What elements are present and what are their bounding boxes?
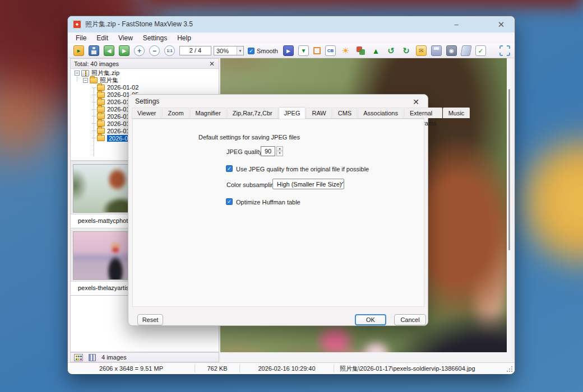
title-bar[interactable]: 照片集.zip - FastStone MaxView 3.5 –✕	[68, 16, 515, 32]
rotate-right-icon[interactable]: ↻	[401, 45, 411, 56]
tree-item-label: 2026-01-02	[107, 84, 138, 91]
slideshow-icon[interactable]: ▶	[283, 45, 294, 56]
tab-music[interactable]: Music	[443, 108, 470, 118]
dialog-title: Settings	[135, 97, 159, 105]
folder-icon	[97, 128, 105, 134]
check-icon: ✓	[249, 48, 253, 54]
menu-help[interactable]: Help	[172, 32, 196, 44]
wallpaper-yellow-blob	[521, 134, 583, 269]
ok-button[interactable]: OK	[355, 314, 386, 325]
fit-window-icon[interactable]: ▼	[298, 45, 309, 56]
zoom-combo-arrow-icon[interactable]: ▼	[237, 46, 243, 55]
page-indicator-field[interactable]: 2 / 4	[179, 46, 211, 55]
jpeg-section-label: Default settings for saving JPEG files	[198, 134, 300, 141]
open-icon[interactable]: ▸	[73, 45, 84, 56]
smooth-checkbox[interactable]: ✓	[248, 48, 255, 54]
settings-check-icon[interactable]: ✓	[475, 45, 486, 56]
folder-icon	[97, 113, 105, 119]
zoom-in-icon[interactable]: +	[134, 45, 145, 56]
toolbar: ▸◀▶+−1:1 2 / 4 30% ▼ ✓ Smooth ▶▼CB☀▲↺↻✉◉…	[68, 44, 515, 58]
fullscreen-icon[interactable]	[499, 45, 510, 56]
window-title: 照片集.zip - FastStone MaxView 3.5	[85, 20, 193, 29]
status-segment: 2026-02-16 10:29:40	[240, 365, 334, 372]
tab-raw[interactable]: RAW	[306, 108, 331, 118]
dialog-close-icon[interactable]: ✕	[410, 97, 422, 107]
use-original-quality-checkbox[interactable]: ✓	[226, 165, 233, 172]
tree-connector	[92, 116, 96, 116]
browser-panel-header: Total: 40 images ✕	[71, 59, 219, 69]
zoom-out-icon[interactable]: −	[149, 45, 160, 56]
tree-connector	[92, 87, 96, 88]
folder-icon	[90, 77, 98, 83]
tree-connector	[92, 130, 96, 131]
effects-icon[interactable]	[355, 45, 366, 56]
tree-connector	[92, 102, 96, 102]
menu-view[interactable]: View	[113, 32, 138, 44]
menu-settings[interactable]: Settings	[138, 32, 172, 44]
status-segment: 762 KB	[195, 365, 240, 372]
folder-icon	[97, 106, 105, 113]
menu-edit[interactable]: Edit	[91, 32, 113, 44]
folder-icon	[97, 92, 105, 98]
status-bar: 2606 x 3648 = 9.51 MP762 KB2026-02-16 10…	[68, 362, 515, 374]
print-icon[interactable]	[431, 45, 442, 56]
menu-file[interactable]: File	[71, 32, 91, 44]
color-balance-icon[interactable]: CB	[325, 45, 336, 56]
close-icon[interactable]: ✕	[490, 16, 512, 32]
panel-close-icon[interactable]: ✕	[209, 60, 215, 67]
tab-jpeg[interactable]: JPEG	[279, 107, 306, 119]
jpeg-quality-input[interactable]: 90	[261, 146, 275, 156]
tree-item[interactable]: −照片集	[71, 77, 219, 84]
tab-associations[interactable]: Associations	[358, 108, 404, 118]
resize-grip[interactable]	[507, 366, 513, 372]
zoom-level-combo[interactable]: 30% ▼	[214, 46, 244, 55]
histogram-icon[interactable]: ▲	[371, 45, 381, 56]
cancel-button[interactable]: Cancel	[394, 314, 426, 325]
reset-button[interactable]: Reset	[137, 314, 163, 325]
jpeg-quality-label: JPEG quality :	[226, 148, 266, 155]
status-segment: 照片集\2026-01-17\pexels-soldiervip-1386604…	[334, 365, 515, 372]
list-view-icon[interactable]	[89, 354, 96, 361]
tab-zoom-scroll[interactable]: Zoom / Scroll	[162, 108, 189, 118]
crop-icon[interactable]	[313, 47, 321, 54]
zoom-level-value: 30%	[214, 48, 237, 54]
screen-capture-icon[interactable]: ◉	[446, 45, 457, 56]
next-icon[interactable]: ▶	[119, 45, 129, 56]
stepper-up-icon[interactable]: ▲	[276, 146, 283, 151]
total-images-label: Total: 40 images	[71, 60, 119, 67]
tree-item[interactable]: 2026-01-02	[71, 84, 219, 91]
tree-connector	[92, 95, 96, 95]
scan-icon[interactable]	[460, 45, 471, 56]
stepper-down-icon[interactable]: ▼	[276, 151, 283, 156]
vertical-scrollbar[interactable]	[508, 89, 510, 250]
tree-connector	[92, 123, 96, 124]
tab-viewer[interactable]: Viewer	[132, 108, 161, 118]
minimize-icon[interactable]: –	[445, 16, 468, 32]
menu-bar: FileEditViewSettingsHelp	[68, 32, 515, 44]
color-subsampling-select[interactable]: High (Smaller File Size)	[272, 179, 344, 189]
previous-icon[interactable]: ◀	[104, 45, 114, 56]
actual-size-icon[interactable]: 1:1	[164, 45, 175, 56]
email-icon[interactable]: ✉	[416, 45, 427, 56]
tab-cms[interactable]: CMS	[332, 108, 357, 118]
maximize-icon[interactable]	[468, 16, 490, 32]
tab-external-programs[interactable]: External Programs	[404, 108, 442, 118]
color-subsampling-label: Color subsampling:	[226, 181, 279, 188]
folder-icon	[97, 135, 105, 141]
color-subsampling-value: High (Smaller File Size)	[273, 181, 342, 188]
folder-icon	[97, 85, 105, 91]
tab-zip-rar-7z-cbr[interactable]: Zip,Rar,7z,Cbr	[227, 108, 278, 118]
tree-connector	[92, 138, 96, 138]
smooth-label: Smooth	[257, 48, 278, 54]
brightness-icon[interactable]: ☀	[340, 45, 351, 56]
collapse-icon[interactable]: −	[83, 78, 88, 83]
browser-panel-footer: 4 images	[70, 352, 219, 362]
optimize-huffman-checkbox[interactable]: ✓	[226, 198, 233, 205]
collapse-icon[interactable]: −	[75, 71, 80, 76]
zip-icon	[81, 70, 89, 77]
tab-magnifier[interactable]: Magnifier	[190, 108, 226, 118]
thumbnail-view-icon[interactable]	[74, 354, 83, 361]
tree-item-label: 照片集	[100, 76, 118, 85]
save-icon[interactable]	[89, 45, 99, 56]
rotate-left-icon[interactable]: ↺	[386, 45, 396, 56]
